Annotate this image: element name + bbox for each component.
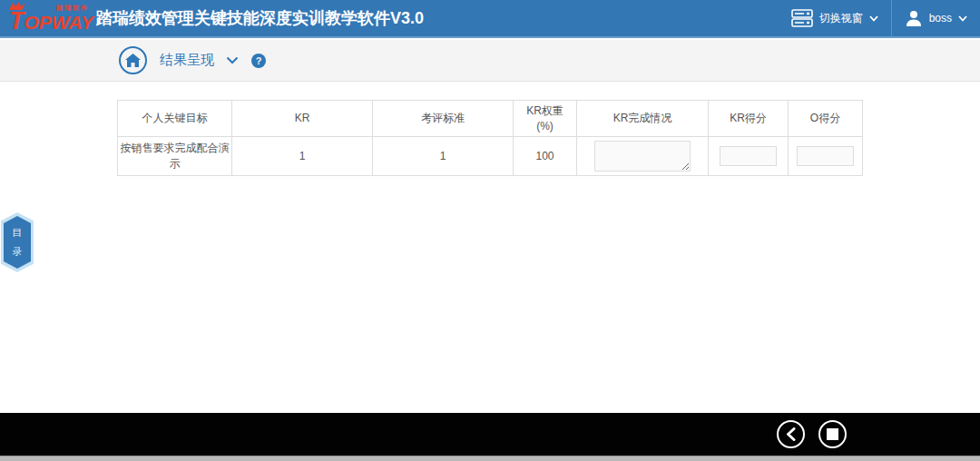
help-glyph: ? — [256, 55, 262, 66]
toc-label-top: 目 — [13, 226, 23, 240]
logo-letter-t: T — [9, 7, 24, 34]
app-title: 踏瑞绩效管理关键技能深度实训教学软件V3.0 — [96, 7, 424, 29]
toc-side-tab[interactable]: 目 录 — [1, 212, 34, 272]
taskbar-strip — [0, 456, 980, 461]
kr-score-input[interactable] — [720, 146, 777, 166]
sub-toolbar: 结果呈现 ? — [0, 40, 980, 82]
col-header-kr-score: KR得分 — [709, 101, 789, 137]
username-label: boss — [929, 12, 952, 25]
chevron-down-icon — [958, 15, 967, 22]
col-header-completion: KR完成情况 — [577, 101, 709, 137]
chevron-down-icon — [226, 56, 239, 64]
app-window: 踏瑞软件 TOPWAY 踏瑞绩效管理关键技能深度实训教学软件V3.0 切换视窗 — [0, 0, 980, 461]
top-header: 踏瑞软件 TOPWAY 踏瑞绩效管理关键技能深度实训教学软件V3.0 切换视窗 — [0, 0, 980, 38]
cell-completion — [577, 137, 709, 176]
chevron-left-icon — [786, 427, 796, 441]
results-table: 个人关键目标 KR 考评标准 KR权重 (%) KR完成情况 KR得分 O得分 … — [117, 100, 863, 176]
bottom-control-bar — [0, 413, 980, 456]
col-header-weight: KR权重 (%) — [514, 101, 577, 137]
home-button[interactable] — [119, 46, 147, 74]
cell-weight: 100 — [514, 137, 577, 176]
nav-dropdown-chevron[interactable] — [226, 56, 239, 64]
stop-button[interactable] — [818, 420, 847, 448]
o-score-input[interactable] — [797, 146, 854, 166]
cell-kr: 1 — [232, 137, 373, 176]
switch-window-label: 切换视窗 — [819, 11, 863, 26]
home-icon — [125, 54, 141, 67]
back-button[interactable] — [777, 420, 805, 448]
cell-kr-score — [709, 137, 789, 176]
table-header-row: 个人关键目标 KR 考评标准 KR权重 (%) KR完成情况 KR得分 O得分 — [118, 101, 863, 137]
stop-icon — [827, 428, 838, 440]
col-header-objective: 个人关键目标 — [118, 101, 232, 137]
results-table-container: 个人关键目标 KR 考评标准 KR权重 (%) KR完成情况 KR得分 O得分 … — [117, 100, 863, 176]
page-title: 结果呈现 — [160, 52, 214, 69]
toc-label-bottom: 录 — [13, 245, 23, 259]
user-icon — [905, 9, 923, 27]
brand-logo: 踏瑞软件 TOPWAY — [7, 1, 91, 35]
col-header-standard: 考评标准 — [373, 101, 514, 137]
table-row: 按销售要求完成配合演示 1 1 100 — [118, 137, 863, 176]
switch-window-button[interactable]: 切换视窗 — [779, 0, 891, 36]
cell-standard: 1 — [373, 137, 514, 176]
window-stack-icon — [791, 9, 813, 27]
toc-tab-body: 目 录 — [4, 216, 31, 269]
help-icon[interactable]: ? — [251, 54, 266, 68]
col-header-o-score: O得分 — [789, 101, 863, 137]
user-menu-button[interactable]: boss — [892, 0, 980, 36]
chevron-down-icon — [869, 15, 878, 22]
cell-o-score — [789, 137, 863, 176]
logo-letters-rest: OPWAY — [24, 12, 94, 33]
logo-wordmark: TOPWAY — [9, 9, 93, 34]
kr-completion-textarea[interactable] — [594, 141, 691, 172]
col-header-kr: KR — [232, 101, 373, 137]
header-right-controls: 切换视窗 boss — [779, 0, 980, 36]
cell-objective: 按销售要求完成配合演示 — [118, 137, 232, 176]
